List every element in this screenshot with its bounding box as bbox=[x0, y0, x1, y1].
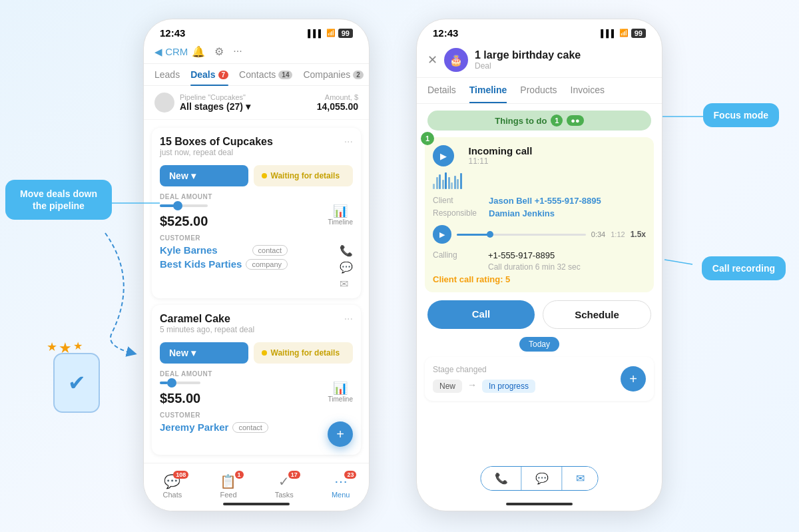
scene: Move deals down the pipeline ★ ★ ★ ✔ Foc… bbox=[0, 0, 799, 532]
calling-info: Calling +1-555-917-8895 Call duration 6 … bbox=[433, 250, 646, 284]
deal-1-company[interactable]: Best Kids Parties bbox=[160, 258, 242, 270]
pipeline-avatar bbox=[154, 93, 174, 113]
battery-icon: 99 bbox=[338, 29, 353, 38]
status-icons-left: ▌▌▌ 📶 99 bbox=[308, 29, 353, 38]
stage-waiting-2: Waiting for details bbox=[254, 342, 353, 364]
tab-deals[interactable]: Deals 7 bbox=[190, 69, 228, 85]
responsible-label: Responsible bbox=[433, 208, 486, 218]
message-action-icon[interactable]: 💬 bbox=[340, 261, 353, 274]
wifi-icon: 📶 bbox=[326, 29, 336, 37]
things-toggle[interactable]: ●● bbox=[567, 115, 583, 126]
star-3: ★ bbox=[73, 340, 83, 357]
stage-btn-2[interactable]: New ▾ bbox=[160, 342, 248, 364]
audio-track[interactable] bbox=[457, 234, 586, 236]
companies-badge: 2 bbox=[353, 71, 364, 79]
tab-details[interactable]: Details bbox=[427, 78, 456, 103]
check-icon: ✔ bbox=[68, 370, 86, 396]
timeline-btn-2[interactable]: 📊 Timeline bbox=[328, 381, 353, 403]
status-bar-right: 12:43 ▌▌▌ 📶 99 bbox=[417, 19, 662, 43]
waveform-icon: ▶ bbox=[433, 145, 454, 166]
deal-avatar: 🎂 bbox=[444, 48, 468, 72]
bottom-tab-tasks[interactable]: ✓ 17 Tasks bbox=[275, 473, 294, 499]
tab-contacts[interactable]: Contacts 14 bbox=[239, 69, 292, 85]
deal-1-more[interactable]: ··· bbox=[344, 136, 353, 148]
focus-mode-label: Focus mode bbox=[714, 110, 768, 121]
email-action-icon[interactable]: ✉ bbox=[340, 278, 353, 290]
call-info: Client Jason Bell +1-555-917-8895 Respon… bbox=[433, 196, 646, 218]
connector-arrow bbox=[99, 226, 152, 360]
illustration: ★ ★ ★ ✔ bbox=[53, 353, 100, 413]
call-action-btn[interactable]: 📞 bbox=[481, 467, 522, 490]
chats-badge: 108 bbox=[173, 471, 188, 479]
notification-icon[interactable]: 🔔 bbox=[192, 45, 205, 58]
call-button[interactable]: Call bbox=[427, 300, 535, 329]
bottom-tab-feed[interactable]: 📋 1 Feed bbox=[220, 473, 236, 499]
slider-track-2[interactable] bbox=[160, 382, 200, 384]
deal-2-customer[interactable]: Jeremy Parker bbox=[160, 421, 228, 433]
audio-fill bbox=[457, 234, 489, 236]
phone-action-icon[interactable]: 📞 bbox=[340, 244, 353, 257]
bottom-tab-chats[interactable]: 💬 108 Chats bbox=[163, 473, 182, 499]
things-count: 1 bbox=[551, 115, 563, 127]
audio-player: ▶ 0:34 1:12 1.5x bbox=[433, 225, 646, 244]
deal-header-right: ✕ 🎂 1 large birthday cake Deal bbox=[417, 43, 662, 78]
things-to-do-bar[interactable]: Things to do 1 ●● bbox=[427, 111, 651, 131]
back-button[interactable]: ◀ CRM bbox=[154, 46, 188, 58]
audio-speed[interactable]: 1.5x bbox=[631, 230, 646, 239]
deal-2-name: Caramel Cake bbox=[160, 313, 254, 325]
deal-2-customer-label: CUSTOMER bbox=[160, 411, 353, 419]
time-left: 12:43 bbox=[160, 27, 185, 39]
stage-waiting-1: Waiting for details bbox=[254, 165, 353, 186]
fab-button[interactable]: + bbox=[328, 421, 353, 447]
slider-fill-1 bbox=[160, 204, 174, 207]
call-recording-label: Call recording bbox=[712, 263, 775, 274]
annotation-left: Move deals down the pipeline bbox=[5, 180, 112, 220]
pipeline-filter[interactable]: Pipeline "Cupcakes" All stages (27) ▾ Am… bbox=[144, 86, 369, 120]
deal-right-title: 1 large birthday cake bbox=[475, 49, 581, 61]
right-bottom-actions: 📞 💬 ✉ bbox=[481, 466, 599, 491]
divider-today: Today bbox=[417, 337, 662, 352]
deal-card-2[interactable]: Caramel Cake 5 minutes ago, repeat deal … bbox=[152, 305, 361, 455]
tab-products[interactable]: Products bbox=[520, 78, 557, 103]
stage-to: In progress bbox=[482, 380, 535, 393]
play-button[interactable]: ▶ bbox=[433, 225, 451, 244]
close-button[interactable]: ✕ bbox=[427, 53, 437, 67]
star-2: ★ bbox=[59, 340, 72, 357]
timeline-btn-1[interactable]: 📊 Timeline bbox=[328, 204, 353, 226]
slider-thumb-2 bbox=[167, 378, 176, 388]
bottom-tab-menu[interactable]: ⋯ 23 Menu bbox=[332, 473, 350, 499]
deal-1-customer[interactable]: Kyle Barnes bbox=[160, 244, 218, 256]
deal-2-amount-label: DEAL AMOUNT bbox=[160, 370, 353, 378]
add-button[interactable]: + bbox=[621, 366, 646, 392]
rating-text: Client call rating: 5 bbox=[433, 274, 646, 284]
tab-leads[interactable]: Leads bbox=[154, 69, 180, 85]
slider-track-1[interactable] bbox=[160, 204, 208, 207]
client-label: Client bbox=[433, 196, 486, 206]
deal-1-customer-label: CUSTOMER bbox=[160, 234, 353, 242]
stage-changed-label: Stage changed bbox=[433, 365, 535, 374]
schedule-button[interactable]: Schedule bbox=[543, 300, 651, 329]
time-right: 12:43 bbox=[433, 27, 458, 39]
illustration-stars: ★ ★ ★ bbox=[47, 340, 83, 357]
responsible-value[interactable]: Damian Jenkins bbox=[489, 208, 646, 218]
email-action-btn[interactable]: ✉ bbox=[563, 467, 598, 490]
tab-companies[interactable]: Companies 2 bbox=[303, 69, 363, 85]
tab-invoices[interactable]: Invoices bbox=[571, 78, 605, 103]
amount-label: Amount, $ bbox=[317, 93, 358, 101]
deal-2-more[interactable]: ··· bbox=[344, 313, 353, 325]
tab-timeline[interactable]: Timeline bbox=[469, 78, 507, 103]
deal-2-customer-tag: contact bbox=[232, 422, 268, 433]
deal-1-time: just now, repeat deal bbox=[160, 148, 273, 157]
today-label: Today bbox=[519, 337, 559, 352]
filter-icon[interactable]: ⚙ bbox=[214, 45, 224, 58]
deal-1-amount-label: DEAL AMOUNT bbox=[160, 193, 353, 200]
duration-value: Call duration 6 min 32 sec bbox=[488, 262, 646, 272]
client-value[interactable]: Jason Bell +1-555-917-8895 bbox=[489, 196, 646, 206]
stage-from: New bbox=[433, 380, 462, 393]
stage-btn-1[interactable]: New ▾ bbox=[160, 165, 248, 186]
chat-action-btn[interactable]: 💬 bbox=[522, 467, 563, 490]
more-icon[interactable]: ··· bbox=[233, 45, 242, 58]
annotation-call-recording: Call recording bbox=[702, 256, 786, 280]
deal-card-1[interactable]: 15 Boxes of Cupcakes just now, repeat de… bbox=[152, 128, 361, 298]
signal-icon: ▌▌▌ bbox=[308, 29, 323, 37]
